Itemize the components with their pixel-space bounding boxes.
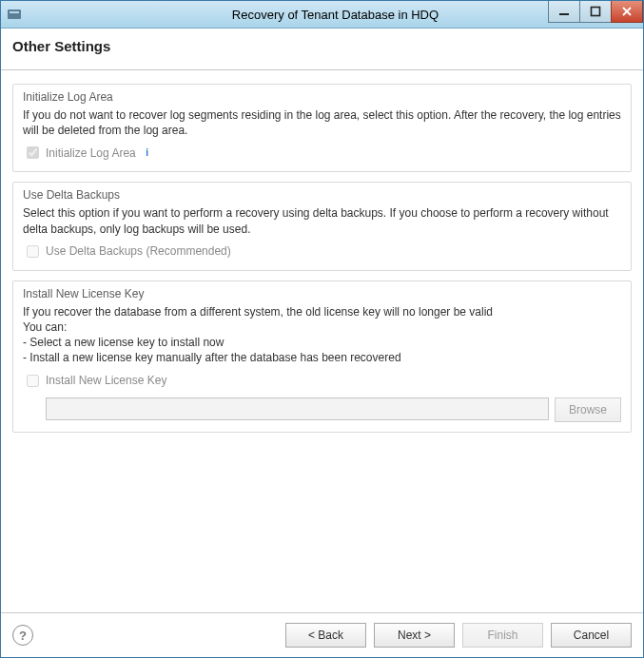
group-description: Select this option if you want to perfor… [23,205,621,236]
checkbox-row: Use Delta Backups (Recommended) [23,242,621,261]
back-button[interactable]: < Back [285,623,366,648]
maximize-button[interactable] [579,1,612,23]
minimize-button[interactable] [548,1,580,23]
page-header: Other Settings [1,29,643,70]
next-button[interactable]: Next > [374,623,455,648]
cancel-button[interactable]: Cancel [551,623,632,648]
group-install-license-key: Install New License Key If you recover t… [12,281,632,433]
minimize-icon [558,6,570,17]
page-title: Other Settings [12,38,632,54]
license-path-input[interactable] [46,397,549,420]
svg-rect-2 [559,13,569,15]
group-title: Use Delta Backups [23,188,621,202]
license-text-line: - Install a new license key manually aft… [23,350,621,365]
app-icon [7,7,22,22]
wizard-footer: ? < Back Next > Finish Cancel [1,612,643,657]
wizard-window: Recovery of Tenant Database in HDQ Other… [0,0,644,658]
license-path-row: Browse [46,397,621,422]
checkbox-label: Install New License Key [46,374,166,387]
install-license-key-checkbox[interactable] [27,375,39,387]
checkbox-row: Initialize Log Area i [23,144,621,162]
checkbox-row: Install New License Key [23,372,621,390]
finish-button[interactable]: Finish [462,623,543,648]
group-description: If you do not want to recover log segmen… [23,107,621,138]
group-initialize-log-area: Initialize Log Area If you do not want t… [12,84,632,172]
group-use-delta-backups: Use Delta Backups Select this option if … [12,182,632,270]
content-area: Initialize Log Area If you do not want t… [1,70,643,612]
initialize-log-area-checkbox[interactable] [27,146,39,159]
group-title: Install New License Key [23,287,621,300]
close-button[interactable] [611,1,643,23]
svg-rect-3 [592,8,600,16]
browse-button[interactable]: Browse [555,397,621,422]
use-delta-backups-checkbox[interactable] [27,245,39,258]
help-icon[interactable]: ? [12,625,33,646]
group-description: If you recover the database from a diffe… [23,304,621,366]
svg-rect-1 [10,11,19,13]
close-icon [621,6,633,17]
info-icon[interactable]: i [142,147,153,159]
license-text-line: You can: [23,319,621,335]
checkbox-label: Use Delta Backups (Recommended) [46,244,231,258]
window-buttons [549,1,643,23]
license-text-line: - Select a new license key to install no… [23,335,621,350]
license-text-line: If you recover the database from a diffe… [23,304,621,319]
group-title: Initialize Log Area [23,90,621,104]
svg-rect-0 [8,10,21,19]
checkbox-label: Initialize Log Area [46,146,136,160]
maximize-icon [590,6,601,17]
titlebar: Recovery of Tenant Database in HDQ [1,1,643,29]
